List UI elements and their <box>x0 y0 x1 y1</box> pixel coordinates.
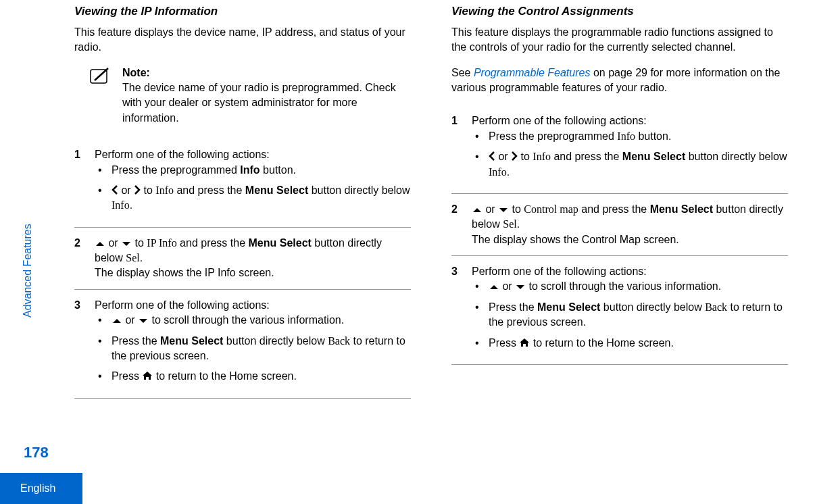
list-item: or to Info and press the Menu Select but… <box>475 149 788 180</box>
bullet-list: or to scroll through the various informa… <box>95 313 411 384</box>
right-see: See Programmable Features on page 29 for… <box>451 66 788 96</box>
link-text[interactable]: Programmable Features <box>474 67 591 78</box>
nav-up-icon <box>472 207 483 213</box>
right-title: Viewing the Control Assignments <box>451 3 788 20</box>
text: button. <box>260 164 296 176</box>
text: See <box>451 67 474 78</box>
text: button directly below <box>308 184 410 196</box>
list-item: Press the Menu Select button directly be… <box>98 334 411 364</box>
home-icon <box>519 338 530 347</box>
text-serif: Info <box>533 151 551 162</box>
text: to scroll through the various informatio… <box>526 280 721 292</box>
step-number: 3 <box>451 264 462 356</box>
text: and press the <box>551 151 622 162</box>
step-number: 2 <box>451 202 462 247</box>
text-bold: Menu Select <box>650 203 713 215</box>
text-bold: Menu Select <box>249 237 312 249</box>
text-serif: Back <box>705 301 727 313</box>
text-bold: Menu Select <box>160 335 223 347</box>
text: or <box>105 237 121 249</box>
text: button directly below <box>223 335 328 347</box>
note-label: Note: <box>122 66 411 80</box>
left-intro: This feature displays the device name, I… <box>74 25 411 55</box>
text: button directly below <box>685 151 787 162</box>
sidebar-section-label: Advanced Features <box>20 224 35 318</box>
right-step-1: 1 Perform one of the following actions: … <box>451 105 788 194</box>
nav-down-icon <box>138 318 149 324</box>
sidebar: Advanced Features 178 English <box>0 0 68 504</box>
step-number: 1 <box>451 114 462 185</box>
text: or <box>118 184 134 196</box>
text: to <box>141 184 155 196</box>
text-serif: Info <box>617 130 635 142</box>
text: to return to the Home screen. <box>153 370 297 382</box>
text: or <box>499 280 515 292</box>
text-bold: Menu Select <box>245 184 308 196</box>
note-body: Note: The device name of your radio is p… <box>122 66 411 126</box>
text: button. <box>635 130 671 142</box>
text: Press the <box>112 335 160 347</box>
text-serif: Sel <box>503 218 516 230</box>
text: to <box>509 203 524 215</box>
page-number: 178 <box>24 443 49 463</box>
step-text: Perform one of the following actions: <box>472 264 788 279</box>
text: and press the <box>174 184 245 196</box>
text-bold: Menu Select <box>622 151 685 162</box>
note-icon <box>88 67 112 126</box>
step-number: 2 <box>74 236 84 281</box>
text-serif: Back <box>328 335 350 347</box>
main-content: Viewing the IP Information This feature … <box>68 0 815 504</box>
step-content: Perform one of the following actions: Pr… <box>95 147 411 219</box>
bullet-list: Press the preprogrammed Info button. or … <box>95 163 411 213</box>
list-item: or to Info and press the Menu Select but… <box>98 183 411 213</box>
right-intro: This feature displays the programmable r… <box>451 25 788 55</box>
step-text: Perform one of the following actions: <box>95 147 411 162</box>
list-item: Press the preprogrammed Info button. <box>475 129 788 144</box>
step-content: Perform one of the following actions: or… <box>95 298 411 390</box>
note-block: Note: The device name of your radio is p… <box>74 66 411 126</box>
right-step-2: 2 or to Control map and press the Menu S… <box>451 194 788 256</box>
left-column: Viewing the IP Information This feature … <box>74 3 411 504</box>
step-content: or to Control map and press the Menu Sel… <box>472 202 788 247</box>
nav-right-icon <box>134 185 141 195</box>
text: Press the preprogrammed <box>489 130 617 142</box>
text: to scroll through the various informatio… <box>149 314 344 326</box>
page-container: Advanced Features 178 English Viewing th… <box>0 0 815 504</box>
left-title: Viewing the IP Information <box>74 3 411 20</box>
text: . <box>517 218 520 230</box>
nav-up-icon <box>95 241 105 247</box>
text: to <box>132 237 147 249</box>
text-serif: Info <box>155 184 174 196</box>
text-serif: Sel <box>126 252 139 263</box>
step-number: 1 <box>74 147 84 219</box>
nav-left-icon <box>112 185 118 195</box>
text-bold: Info <box>240 164 260 176</box>
text: or <box>495 151 511 162</box>
list-item: Press to return to the Home screen. <box>98 369 411 384</box>
list-item: Press the Menu Select button directly be… <box>475 300 788 330</box>
right-step-3: 3 Perform one of the following actions: … <box>451 256 788 365</box>
step-text: Perform one of the following actions: <box>472 114 788 128</box>
nav-down-icon <box>121 241 132 247</box>
step-content: Perform one of the following actions: or… <box>472 264 788 356</box>
bullet-list: Press the preprogrammed Info button. or … <box>472 129 788 180</box>
text: to <box>518 151 533 162</box>
text: Press <box>489 337 519 349</box>
nav-right-icon <box>511 151 518 161</box>
text: or <box>483 203 498 215</box>
list-item: or to scroll through the various informa… <box>475 279 788 294</box>
step-line: or to IP Info and press the Menu Select … <box>95 236 411 266</box>
step-result: The display shows the IP Info screen. <box>95 266 411 280</box>
list-item: or to scroll through the various informa… <box>98 313 411 328</box>
step-content: Perform one of the following actions: Pr… <box>472 114 788 185</box>
step-text: Perform one of the following actions: <box>95 298 411 313</box>
text: and press the <box>177 237 249 249</box>
left-step-2: 2 or to IP Info and press the Menu Selec… <box>74 228 411 290</box>
text: Press <box>112 370 142 382</box>
nav-left-icon <box>489 151 495 161</box>
text: . <box>507 166 510 178</box>
text-serif: IP Info <box>147 237 176 249</box>
text: and press the <box>578 203 650 215</box>
text-serif: Info <box>112 199 130 211</box>
language-badge: English <box>0 473 82 504</box>
